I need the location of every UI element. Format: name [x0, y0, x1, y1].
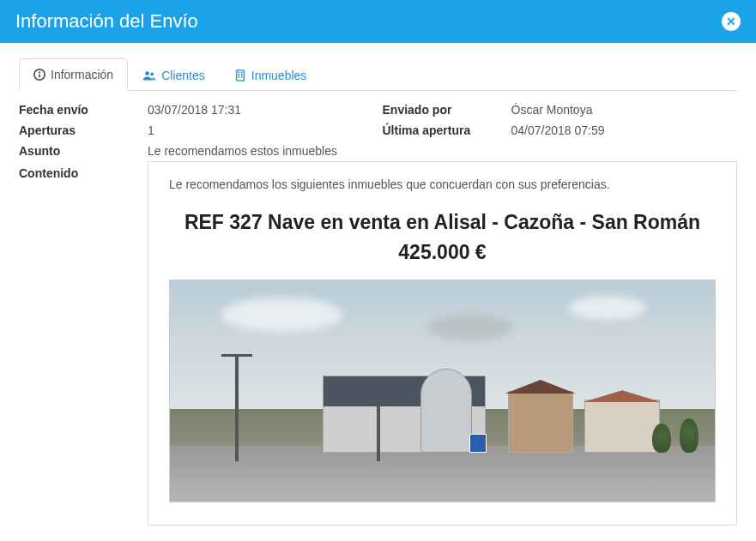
contenido-row: Contenido Le recomendamos los siguientes…	[19, 161, 737, 526]
modal-header: Información del Envío ✕	[0, 0, 756, 43]
svg-rect-9	[241, 74, 243, 75]
aperturas-value: 1	[148, 123, 374, 137]
tab-informacion[interactable]: Información	[19, 58, 128, 91]
property-price: 425.000 €	[169, 241, 716, 264]
building-icon	[234, 69, 246, 81]
property-image	[169, 280, 716, 502]
svg-point-4	[151, 72, 154, 75]
ultima-apertura-label: Última apertura	[383, 123, 503, 137]
users-icon	[142, 69, 156, 81]
tab-inmuebles[interactable]: Inmuebles	[220, 58, 322, 91]
info-icon	[33, 69, 45, 81]
shipment-info-modal: Información del Envío ✕ Información Clie…	[0, 0, 756, 541]
svg-rect-2	[39, 74, 40, 77]
enviado-por-label: Enviado por	[383, 103, 503, 117]
contenido-box[interactable]: Le recomendamos los siguientes inmuebles…	[148, 161, 737, 526]
tab-label: Información	[51, 68, 113, 81]
svg-point-1	[39, 71, 40, 73]
tab-label: Clientes	[161, 69, 205, 82]
svg-rect-10	[238, 75, 239, 77]
modal-body: Información Clientes Inmuebles Fecha env…	[0, 43, 756, 541]
svg-rect-8	[238, 74, 239, 75]
contenido-label: Contenido	[19, 161, 139, 526]
tab-label: Inmuebles	[251, 69, 307, 82]
tab-clientes[interactable]: Clientes	[128, 58, 220, 91]
close-icon: ✕	[726, 15, 736, 28]
svg-rect-7	[241, 71, 243, 73]
content-intro: Le recomendamos los siguientes inmuebles…	[169, 177, 716, 191]
asunto-label: Asunto	[19, 144, 139, 158]
asunto-value: Le recomendamos estos inmuebles	[148, 144, 737, 158]
tabs: Información Clientes Inmuebles	[19, 58, 737, 91]
modal-title: Información del Envío	[15, 10, 198, 33]
info-grid: Fecha envío 03/07/2018 17:31 Enviado por…	[19, 103, 737, 158]
svg-rect-11	[241, 75, 243, 77]
fecha-envio-label: Fecha envío	[19, 103, 139, 117]
enviado-por-value: Óscar Montoya	[511, 103, 738, 117]
aperturas-label: Aperturas	[19, 123, 139, 137]
svg-point-3	[145, 71, 149, 75]
property-title: REF 327 Nave en venta en Alisal - Cazoña…	[169, 210, 716, 236]
svg-rect-5	[236, 69, 244, 80]
fecha-envio-value: 03/07/2018 17:31	[148, 103, 374, 117]
svg-rect-6	[238, 71, 239, 73]
ultima-apertura-value: 04/07/2018 07:59	[511, 123, 738, 137]
close-button[interactable]: ✕	[722, 12, 741, 31]
